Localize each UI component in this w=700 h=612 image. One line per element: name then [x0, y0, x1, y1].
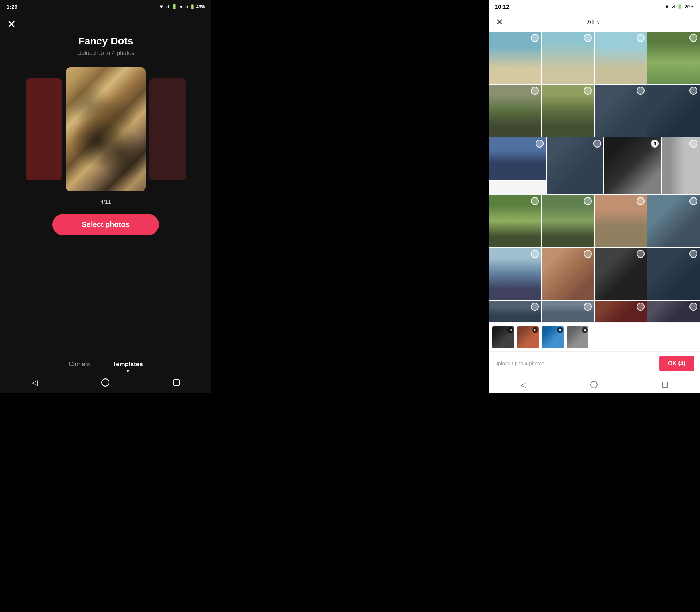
battery-pct-left: ▼ ⊿ 🔋 46% — [179, 4, 205, 9]
grid-row-6 — [489, 300, 700, 322]
battery-icon: 🔋 — [171, 4, 177, 9]
page-indicator: 4/11 — [100, 199, 111, 205]
active-tab-dot — [127, 370, 129, 372]
dots-overlay — [66, 67, 146, 191]
remove-thumb-3[interactable]: ✕ — [557, 327, 563, 333]
home-button-left[interactable] — [101, 378, 109, 387]
photo-cell-2-2[interactable] — [541, 84, 594, 137]
back-button-left[interactable]: ◁ — [32, 378, 38, 387]
close-button-right[interactable]: ✕ — [496, 17, 503, 27]
grid-row-3: 4 — [489, 137, 700, 195]
select-circle-2-3 — [637, 87, 645, 95]
photo-cell-6-3[interactable] — [594, 300, 647, 322]
select-circle-4-4 — [689, 197, 697, 205]
select-circle-6-1 — [531, 303, 539, 311]
select-circle-1-4 — [689, 34, 697, 42]
photo-cell-3-3[interactable]: 4 — [604, 137, 661, 195]
battery-pct-right: 70% — [685, 4, 693, 9]
photo-cell-6-1[interactable] — [489, 300, 541, 322]
photo-cell-2-3[interactable] — [594, 84, 647, 137]
select-circle-3-4 — [689, 140, 697, 148]
status-bar-left: 1:29 ▼ ⊿ 🔋 ▼ ⊿ 🔋 46% — [0, 0, 211, 13]
select-circle-2-4 — [689, 87, 697, 95]
select-circle-5-1 — [531, 250, 539, 258]
photo-cell-2-1[interactable] — [489, 84, 541, 137]
select-circle-2-1 — [531, 87, 539, 95]
bottom-action-bar: Upload up to 4 photos OK (4) — [489, 351, 700, 376]
photo-cell-1-1[interactable] — [489, 31, 541, 84]
photo-cell-3-1[interactable] — [489, 137, 546, 181]
status-icons-right: ▼ ⊿ 🔋 70% — [665, 4, 693, 9]
select-circle-3-3: 4 — [651, 140, 659, 148]
album-selector[interactable]: All ∨ — [587, 19, 600, 26]
recents-button-right[interactable] — [662, 382, 668, 388]
android-nav-right: ◁ — [489, 376, 700, 393]
select-circle-1-1 — [531, 34, 539, 42]
photo-picker-header: ✕ All ∨ — [489, 13, 700, 31]
photo-cell-1-4[interactable] — [647, 31, 700, 84]
right-panel: 10:12 ▼ ⊿ 🔋 70% ✕ All ∨ — [489, 0, 700, 393]
chevron-down-icon: ∨ — [596, 19, 600, 25]
photo-cell-5-2[interactable] — [541, 247, 594, 300]
select-circle-4-2 — [584, 197, 592, 205]
photo-cell-3-2[interactable] — [546, 137, 604, 195]
close-button-left[interactable]: ✕ — [7, 18, 16, 30]
select-circle-3-2 — [593, 140, 601, 148]
photo-cell-4-1[interactable] — [489, 195, 541, 247]
home-button-right[interactable] — [590, 381, 598, 388]
photo-cell-4-3[interactable] — [594, 195, 647, 247]
album-title: All — [587, 19, 594, 26]
left-content: Fancy Dots Upload up to 4 photos 4/11 Se… — [0, 35, 211, 250]
app-subtitle: Upload up to 4 photos — [77, 50, 135, 56]
select-circle-5-4 — [689, 250, 697, 258]
back-button-right[interactable]: ◁ — [521, 380, 526, 389]
photo-cell-6-4[interactable] — [647, 300, 700, 322]
select-circle-5-2 — [584, 250, 592, 258]
select-circle-4-3 — [637, 197, 645, 205]
app-title: Fancy Dots — [78, 35, 133, 47]
carousel-main-image — [66, 67, 146, 191]
select-circle-6-4 — [689, 303, 697, 311]
photo-cell-4-2[interactable] — [541, 195, 594, 247]
remove-thumb-1[interactable]: ✕ — [508, 327, 513, 333]
left-panel: 1:29 ▼ ⊿ 🔋 ▼ ⊿ 🔋 46% ✕ Fancy Dots Upload… — [0, 0, 211, 393]
photo-carousel — [0, 67, 211, 191]
recents-button-left[interactable] — [173, 379, 180, 386]
time-right: 10:12 — [495, 4, 509, 10]
photo-cell-1-3[interactable] — [594, 31, 647, 84]
remove-thumb-4[interactable]: ✕ — [582, 327, 588, 333]
selected-thumb-3[interactable]: ✕ — [542, 326, 564, 348]
android-nav-left: ◁ — [0, 375, 211, 390]
nav-camera[interactable]: Camera — [69, 361, 90, 372]
photo-cell-6-2[interactable] — [541, 300, 594, 322]
remove-thumb-2[interactable]: ✕ — [532, 327, 538, 333]
photo-cell-5-3[interactable] — [594, 247, 647, 300]
photo-cell-2-4[interactable] — [647, 84, 700, 137]
photo-cell-3-4[interactable] — [661, 137, 700, 195]
photo-grid[interactable]: 4 — [489, 31, 700, 323]
grid-row-5 — [489, 247, 700, 300]
signal-icon: ⊿ — [166, 4, 170, 9]
grid-row-4 — [489, 195, 700, 247]
grid-row-2 — [489, 84, 700, 137]
wifi-icon: ▼ — [159, 4, 164, 9]
ok-button[interactable]: OK (4) — [659, 356, 694, 371]
select-circle-4-1 — [531, 197, 539, 205]
bottom-nav-left: Camera Templates — [0, 361, 211, 372]
select-circle-3-1 — [536, 140, 544, 148]
time-left: 1:29 — [7, 4, 18, 10]
select-circle-1-3 — [637, 34, 645, 42]
photo-cell-4-4[interactable] — [647, 195, 700, 247]
photo-cell-5-1[interactable] — [489, 247, 541, 300]
upload-hint: Upload up to 4 photos — [494, 361, 544, 366]
select-circle-5-3 — [637, 250, 645, 258]
photo-cell-1-2[interactable] — [541, 31, 594, 84]
selected-thumb-2[interactable]: ✕ — [517, 326, 539, 348]
selected-thumbnails-bar: ✕ ✕ ✕ ✕ — [489, 323, 700, 351]
nav-templates[interactable]: Templates — [113, 361, 143, 372]
photo-cell-5-4[interactable] — [647, 247, 700, 300]
grid-row-1 — [489, 31, 700, 84]
selected-thumb-1[interactable]: ✕ — [492, 326, 514, 348]
select-photos-button[interactable]: Select photos — [52, 214, 159, 235]
selected-thumb-4[interactable]: ✕ — [567, 326, 588, 348]
